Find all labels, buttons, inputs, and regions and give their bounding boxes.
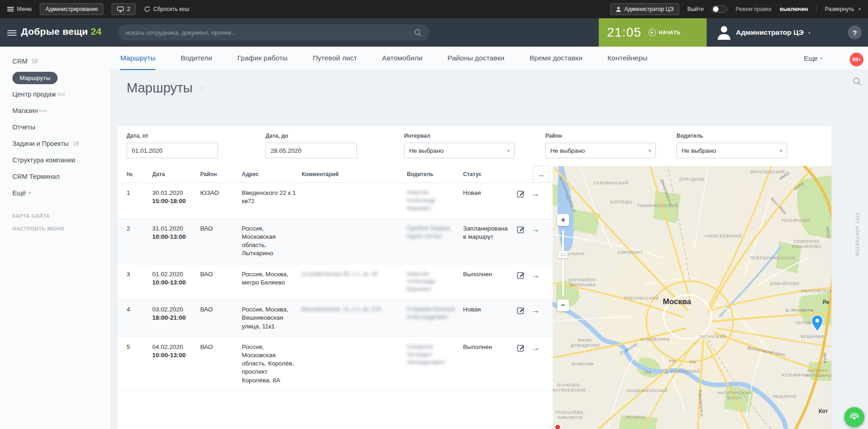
cell-driver: Стариков ЕвгенийАлександрович — [407, 300, 463, 337]
map-label: ЯРОСЛАВСКИЙ — [750, 169, 785, 174]
sidebar-item-sales-center[interactable]: Центр продажbeta — [0, 86, 110, 102]
tab-cars[interactable]: Автомобили — [382, 47, 422, 70]
help-button[interactable]: ? — [848, 26, 862, 39]
date-to-input[interactable] — [266, 143, 357, 158]
zoom-out-button[interactable]: − — [557, 300, 569, 311]
notifications-badge[interactable]: 99+ — [850, 53, 863, 66]
sitemap-link[interactable]: КАРТА САЙТА — [0, 209, 110, 222]
open-route-arrow[interactable]: → — [531, 343, 540, 352]
map[interactable]: ГОЛОВИНСКИЙЛЕНИНГРАДСКОЕ Ш.КОПТЕВОТИМИРЯ… — [553, 166, 831, 429]
interval-select[interactable]: Не выбрано ▾ — [404, 143, 515, 158]
cell-address: Россия, Московская область, Королёв, про… — [242, 337, 302, 391]
work-timer[interactable]: 21:05 ▶ НАЧАТЬ — [599, 18, 707, 47]
map-label: ш. Энтузиастов — [785, 308, 814, 312]
global-search-input[interactable] — [126, 29, 414, 36]
map-label: ХАМОВНИКИ — [640, 337, 670, 342]
map-label: Кот — [819, 408, 828, 414]
district-select[interactable]: Не выбрано ▾ — [545, 143, 656, 158]
expand-button[interactable]: Развернуть ▾ — [825, 6, 861, 12]
sidebar-item-label: CRM — [12, 58, 27, 65]
map-canvas[interactable]: ГОЛОВИНСКИЙЛЕНИНГРАДСКОЕ Ш.КОПТЕВОТИМИРЯ… — [553, 166, 831, 429]
filter-label: Интервал — [404, 133, 515, 139]
tab-drivers[interactable]: Водители — [181, 47, 212, 70]
admin-user-button[interactable]: Администратор ЦЭ — [610, 3, 679, 15]
logout-button[interactable]: Выйти — [687, 6, 704, 12]
map-label: ТТК — [669, 359, 676, 364]
tab-delivery-districts[interactable]: Районы доставки — [447, 47, 504, 70]
edit-button[interactable] — [517, 225, 525, 234]
open-route-arrow[interactable]: → — [531, 271, 540, 279]
map-label: МНЁВНИКИ — [570, 283, 596, 287]
map-label: ОТРАДНОЕ — [679, 177, 705, 182]
collapse-list-button[interactable]: → — [533, 166, 549, 183]
sidebar-item-company-structure[interactable]: Структура компании — [0, 152, 110, 168]
sidebar-item-crm-terminal[interactable]: CRM Терминал — [0, 168, 110, 185]
main-menu-burger[interactable] — [7, 29, 16, 37]
table-row[interactable]: 1 30.01.202015:00-18:00 ЮЗАО Введенского… — [117, 183, 553, 219]
tab-schedule[interactable]: График работы — [237, 47, 288, 70]
open-route-arrow[interactable]: → — [531, 189, 540, 198]
cell-date: 04.02.202010:00-13:00 — [152, 337, 200, 391]
driver-select[interactable]: Не выбрано ▾ — [676, 143, 787, 158]
divider — [816, 5, 817, 13]
zoom-slider-track[interactable] — [562, 230, 564, 297]
cell-comment — [302, 337, 407, 391]
tab-routes[interactable]: Маршруты — [120, 47, 155, 70]
beta-badge: beta — [57, 92, 65, 97]
sidebar-item-label: Отчеты — [12, 123, 35, 131]
administration-button[interactable]: Администрирование — [40, 3, 103, 15]
chevron-down-icon: ▾ — [507, 148, 510, 153]
edit-button[interactable] — [517, 343, 525, 352]
chevron-down-icon: ▾ — [820, 56, 822, 61]
col-address: Адрес — [242, 166, 302, 182]
reset-cache-button[interactable]: Сбросить кеш — [144, 6, 189, 12]
table-row[interactable]: 2 31.01.202010:00-13:00 ВАО Россия, Моск… — [117, 219, 553, 264]
sidebar-item-label: Магазин — [12, 107, 38, 114]
open-route-arrow[interactable]: → — [531, 225, 540, 234]
contacts-search-icon[interactable] — [852, 77, 862, 88]
map-label: ДАВЫДКОВО — [571, 343, 600, 348]
support-widget-button[interactable] — [844, 407, 864, 427]
table-row[interactable]: 5 04.02.202010:00-13:00 ВАО Россия, Моск… — [117, 337, 553, 391]
zoom-in-button[interactable]: + — [557, 214, 569, 226]
edit-button[interactable] — [517, 271, 525, 279]
sidebar-item-tasks[interactable]: Задачи и Проекты 18 — [0, 135, 110, 152]
timer-value: 21:05 — [607, 25, 641, 40]
cell-district: ВАО — [200, 337, 242, 391]
cell-address: Введенского 22 к 1 кв72 — [242, 183, 302, 218]
counter-badge: 18 — [73, 140, 79, 147]
sidebar-item-label: Центр продаж — [12, 91, 56, 98]
date-from-input[interactable] — [127, 143, 218, 158]
admin-topbar: Меню Администрирование 2 Сбросить кеш Ад… — [0, 0, 868, 18]
table-row[interactable]: 3 01.02.202010:00-13:00 ВАО Россия, Моск… — [117, 264, 553, 300]
zoom-slider-handle[interactable] — [559, 251, 568, 258]
open-route-arrow[interactable]: → — [531, 306, 540, 315]
logo[interactable]: Добрые вещи24 — [21, 26, 101, 37]
edit-button[interactable] — [517, 189, 525, 198]
sidebar-item-shop[interactable]: Магазинbeta — [0, 102, 110, 119]
edit-button[interactable] — [517, 306, 525, 315]
site-monitor-button[interactable]: 2 — [112, 3, 136, 15]
current-user-menu[interactable]: Администратор ЦЭ ▾ — [717, 24, 810, 41]
tab-more[interactable]: Еще ▾ — [804, 47, 822, 70]
sidebar-item-crm[interactable]: CRM 18 — [0, 53, 110, 70]
table-row[interactable]: 4 03.02.202018:00-21:00 ВАО Россия, Моск… — [117, 300, 553, 337]
map-label: ВЫХИНО- — [808, 368, 830, 373]
tab-delivery-time[interactable]: Время доставки — [529, 47, 582, 70]
toggle-knob — [713, 6, 719, 12]
sidebar-item-more[interactable]: Ещё ▾ — [0, 185, 110, 201]
configure-menu-link[interactable]: НАСТРОИТЬ МЕНЮ — [0, 222, 110, 235]
sidebar-item-routes[interactable]: Маршруты — [0, 70, 110, 86]
global-search[interactable] — [118, 24, 429, 41]
tab-containers[interactable]: Контейнеры — [607, 47, 647, 70]
admin-menu-button[interactable]: Меню — [7, 6, 32, 12]
sidebar-item-reports[interactable]: Отчеты — [0, 119, 110, 135]
edit-mode-toggle[interactable] — [712, 5, 727, 13]
map-label: ХОРОШЁВО- — [569, 278, 597, 282]
cell-number: 5 — [117, 337, 152, 391]
cell-date: 30.01.202015:00-18:00 — [152, 183, 200, 218]
tab-waybill[interactable]: Путевой лист — [313, 47, 357, 70]
cell-driver: Гарибов КямранАдиль (оглы) — [407, 219, 463, 264]
favorite-star-icon[interactable]: ☆ — [198, 83, 206, 94]
timer-start-button[interactable]: ▶ НАЧАТЬ — [649, 29, 681, 36]
